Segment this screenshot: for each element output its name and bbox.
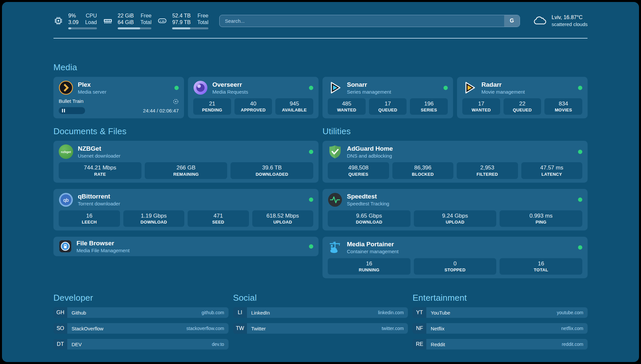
adguard-card[interactable]: AdGuard Home DNS and adblocking 498,508 …: [322, 141, 588, 182]
stat-label: UPLOAD: [415, 220, 495, 225]
stat-download: 1.19 Gbps DOWNLOAD: [123, 210, 185, 227]
weather-widget: Lviv, 16.87°C scattered clouds: [533, 14, 588, 27]
card-title: Media Portainer: [347, 240, 573, 248]
qbittorrent-card[interactable]: qb qBittorrent Torrent downloader 16 LEE…: [53, 189, 319, 230]
bookmark-url: netflix.com: [561, 326, 583, 331]
pause-icon: [62, 109, 63, 112]
stat-ping: 0.993 ms PING: [500, 210, 582, 227]
stat-value: 618.52 Mbps: [254, 212, 312, 219]
bookmark-twitter[interactable]: TW Twitter twitter.com: [233, 323, 408, 334]
stat-total: 16 TOTAL: [500, 258, 582, 275]
speedtest-card[interactable]: Speedtest Speedtest Tracking 9.65 Gbps D…: [322, 189, 588, 230]
memory-progress-fill: [118, 27, 140, 29]
portainer-card[interactable]: Media Portainer Container management 16 …: [322, 237, 588, 278]
plex-card[interactable]: Plex Media server Bullet Train: [53, 77, 184, 118]
cpu-resource-widget: 9% 3.09 CPU Load: [53, 13, 97, 29]
overseerr-card[interactable]: Overseerr Media Requests 21 PENDING 40 A…: [188, 77, 319, 118]
bookmarks-developer: Developer GH Github github.com SO StackO…: [53, 293, 229, 355]
stat-value: 21: [195, 100, 230, 107]
sonarr-card[interactable]: Sonarr Series management 485 WANTED 17 Q…: [322, 77, 453, 118]
stat-rate: 744.21 Mbps RATE: [59, 162, 141, 179]
memory-total-value: 64 GiB: [118, 19, 134, 26]
stat-value: 266 GB: [146, 164, 226, 171]
utilities-section: Utilities AdGuard Home DNS and adblockin…: [322, 126, 588, 278]
stat-blocked: 86,396 BLOCKED: [392, 162, 454, 179]
stat-label: SEED: [189, 220, 248, 225]
card-subtitle: Media File Management: [76, 248, 304, 254]
memory-resource-widget: 22 GiB 64 GiB Free Total: [103, 13, 152, 29]
stat-upload: 618.52 Mbps UPLOAD: [252, 210, 314, 227]
developer-heading: Developer: [53, 293, 229, 303]
filebrowser-icon: [59, 240, 72, 253]
bookmark-stackoverflow[interactable]: SO StackOverflow stackoverflow.com: [53, 323, 229, 334]
stat-value: 498,508: [329, 164, 388, 171]
stat-value: 2,953: [458, 164, 517, 171]
stat-queued: 22 QUEUED: [504, 98, 541, 115]
memory-icon: [103, 16, 113, 26]
stat-value: 16: [329, 260, 409, 267]
media-section: Media Plex Media server: [53, 62, 588, 118]
portainer-icon: [328, 240, 342, 255]
free-label: Free: [198, 13, 208, 19]
bookmark-name: YouTube: [431, 310, 450, 316]
bookmarks-social: Social LI LinkedIn linkedin.com TW Twitt…: [233, 293, 408, 355]
sonarr-icon: [328, 80, 342, 95]
stat-wanted: 485 WANTED: [328, 98, 366, 115]
stat-wanted: 17 WANTED: [462, 98, 500, 115]
stat-value: 86,396: [394, 164, 452, 171]
stat-label: DOWNLOAD: [329, 220, 409, 225]
stat-label: LEECH: [60, 220, 119, 225]
stat-label: MOVIES: [546, 107, 581, 113]
cpu-progress-bar: [68, 27, 97, 29]
search-input[interactable]: [219, 15, 520, 27]
stat-approved: 40 APPROVED: [234, 98, 272, 115]
card-title: NZBGet: [78, 145, 304, 152]
stat-value: 834: [546, 100, 581, 107]
stat-available: 945 AVAILABLE: [275, 98, 313, 115]
utilities-section-heading: Utilities: [322, 126, 588, 136]
stat-value: 47.57 ms: [523, 164, 581, 171]
card-subtitle: Usenet downloader: [78, 153, 304, 159]
social-heading: Social: [233, 293, 408, 303]
adguard-icon: [328, 144, 342, 159]
bookmark-abbr: LI: [233, 307, 247, 318]
status-dot: [578, 150, 582, 154]
bookmark-dev[interactable]: DT DEV dev.to: [53, 339, 229, 349]
bookmark-name: StackOverflow: [72, 326, 104, 331]
stat-remaining: 266 GB REMAINING: [145, 162, 228, 179]
filebrowser-card[interactable]: File Browser Media File Management: [53, 237, 319, 256]
cloud-icon: [533, 15, 547, 26]
bookmark-url: linkedin.com: [378, 310, 404, 315]
stat-label: DOWNLOADED: [232, 172, 312, 177]
total-label: Total: [197, 19, 208, 26]
search-bar: G: [219, 15, 520, 27]
memory-labels: Free Total: [140, 13, 152, 26]
bookmark-name: Twitter: [251, 326, 266, 331]
memory-progress-bar: [118, 27, 152, 29]
cpu-values: 9% 3.09: [68, 13, 78, 26]
bookmarks-entertainment: Entertainment YT YouTube youtube.com NF …: [412, 293, 588, 355]
search-provider-button[interactable]: G: [504, 15, 520, 27]
bookmark-linkedin[interactable]: LI LinkedIn linkedin.com: [233, 307, 408, 318]
stat-label: QUEUED: [505, 107, 540, 113]
status-dot: [309, 150, 313, 154]
stat-value: 22: [505, 100, 540, 107]
nzbget-card[interactable]: nzbget NZBGet Usenet downloader 744.21 M…: [53, 141, 319, 182]
bookmark-reddit[interactable]: RE Reddit reddit.com: [412, 339, 588, 349]
bookmark-netflix[interactable]: NF Netflix netflix.com: [412, 323, 588, 334]
stat-label: STOPPED: [415, 267, 495, 273]
radarr-card[interactable]: Radarr Movie management 17 WANTED 22 QUE…: [457, 77, 588, 118]
documents-section: Documents & Files nzbget NZBGet Usenet d…: [53, 126, 319, 278]
card-subtitle: Series management: [347, 89, 439, 95]
bookmark-url: reddit.com: [562, 342, 583, 347]
stat-latency: 47.57 ms LATENCY: [521, 162, 583, 179]
weather-condition: scattered clouds: [552, 21, 588, 28]
bookmark-youtube[interactable]: YT YouTube youtube.com: [412, 307, 588, 318]
card-subtitle: Movie management: [481, 89, 573, 95]
card-subtitle: Speedtest Tracking: [347, 201, 573, 207]
card-subtitle: Media server: [78, 89, 170, 95]
memory-free-value: 22 GiB: [118, 13, 134, 19]
bookmark-abbr: GH: [53, 307, 67, 318]
bookmark-github[interactable]: GH Github github.com: [53, 307, 229, 318]
stat-value: 39.6 TB: [232, 164, 312, 171]
